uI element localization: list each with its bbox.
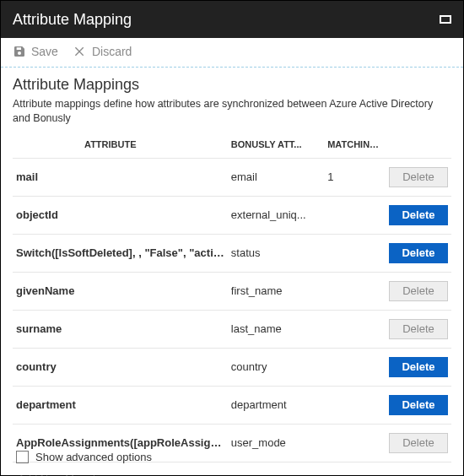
delete-button[interactable]: Delete [389,357,448,377]
maximize-icon[interactable] [440,15,451,24]
cell-bonusly: status [228,234,324,272]
delete-button[interactable]: Delete [389,319,448,339]
cell-bonusly: country [228,348,324,386]
cell-bonusly: user_mode [228,424,324,462]
delete-button[interactable]: Delete [389,433,448,453]
discard-icon [73,45,87,58]
advanced-options-label: Show advanced options [35,451,152,463]
discard-label: Discard [92,45,132,58]
add-new-label: Add New Mapping [13,462,451,476]
cell-attribute: department [13,386,228,424]
command-bar: Save Discard [1,38,463,68]
table-row[interactable]: mailemail1Delete [13,158,451,196]
cell-attribute: givenName [13,272,228,310]
section-description: Attribute mappings define how attributes… [13,97,451,126]
cell-bonusly: last_name [228,310,324,348]
save-icon [13,45,26,58]
table-row[interactable]: departmentdepartmentDelete [13,386,451,424]
cell-matching [324,234,386,272]
col-matching: MATCHING ... [324,134,386,159]
cell-attribute: Switch([IsSoftDeleted], , "False", "acti… [13,234,228,272]
delete-button[interactable]: Delete [389,395,448,415]
col-attribute: ATTRIBUTE [13,134,228,159]
delete-button[interactable]: Delete [389,167,448,187]
cell-matching [324,424,386,462]
cell-matching [324,386,386,424]
cell-bonusly: email [228,158,324,196]
cell-bonusly: first_name [228,272,324,310]
discard-button[interactable]: Discard [73,45,132,58]
delete-button[interactable]: Delete [389,205,448,225]
table-row[interactable]: surnamelast_nameDelete [13,310,451,348]
cell-bonusly: department [228,386,324,424]
table-row[interactable]: Switch([IsSoftDeleted], , "False", "acti… [13,234,451,272]
section-heading: Attribute Mappings [13,76,451,94]
cell-matching [324,272,386,310]
title-bar: Attribute Mapping [1,1,463,38]
table-row[interactable]: countrycountryDelete [13,348,451,386]
checkbox-icon[interactable] [16,451,29,463]
delete-button[interactable]: Delete [389,281,448,301]
add-new-mapping[interactable]: Add New Mapping [13,462,451,476]
cell-attribute: surname [13,310,228,348]
blade-title: Attribute Mapping [13,11,132,29]
table-row[interactable]: objectIdexternal_uniq...Delete [13,196,451,234]
cell-matching [324,310,386,348]
save-label: Save [31,45,58,58]
mappings-table: ATTRIBUTE BONUSLY ATT... MATCHING ... ma… [13,134,451,476]
table-row[interactable]: givenNamefirst_nameDelete [13,272,451,310]
col-bonusly: BONUSLY ATT... [228,134,324,159]
cell-attribute: country [13,348,228,386]
cell-matching [324,348,386,386]
cell-matching [324,196,386,234]
delete-button[interactable]: Delete [389,243,448,263]
cell-bonusly: external_uniq... [228,196,324,234]
save-button[interactable]: Save [13,45,58,58]
advanced-options-toggle[interactable]: Show advanced options [16,451,152,463]
cell-attribute: mail [13,158,228,196]
cell-attribute: objectId [13,196,228,234]
cell-matching: 1 [324,158,386,196]
